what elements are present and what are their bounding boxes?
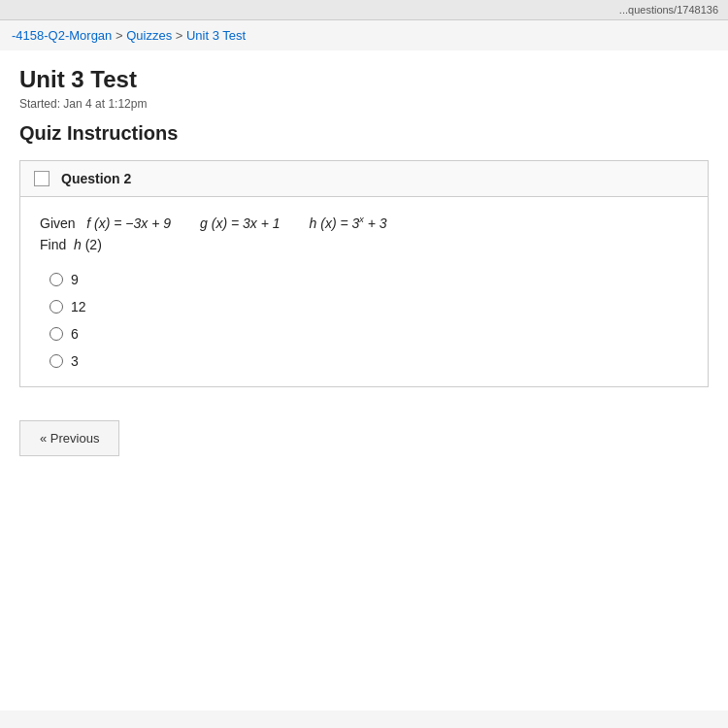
answer-option-3[interactable]: 3 [50, 353, 688, 369]
question-label: Question 2 [61, 171, 131, 186]
started-text: Started: Jan 4 at 1:12pm [19, 97, 709, 111]
question-container: Question 2 Given f (x) = −3x + 9 g (x) =… [19, 160, 709, 387]
function-g: g (x) = 3x + 1 [200, 215, 281, 231]
function-h: h (x) = 3x + 3 [310, 215, 387, 231]
answer-option-12[interactable]: 12 [50, 299, 688, 314]
breadcrumb-quizzes[interactable]: Quizzes [126, 28, 172, 43]
question-checkbox[interactable] [34, 171, 50, 186]
given-functions-line: Given f (x) = −3x + 9 g (x) = 3x + 1 h (… [40, 215, 688, 231]
find-text: Find h (2) [40, 237, 688, 252]
quiz-instructions-heading: Quiz Instructions [19, 122, 709, 145]
nav-buttons: « Previous [19, 407, 709, 470]
url-bar: ...questions/1748136 [0, 0, 728, 20]
radio-6[interactable] [50, 327, 63, 341]
question-body: Given f (x) = −3x + 9 g (x) = 3x + 1 h (… [20, 197, 708, 386]
breadcrumb-course[interactable]: -4158-Q2-Morgan [12, 28, 112, 43]
page-title: Unit 3 Test [19, 66, 709, 93]
answer-options: 9 12 6 3 [40, 272, 688, 369]
radio-3[interactable] [50, 354, 63, 368]
answer-label-12: 12 [71, 299, 86, 314]
answer-label-3: 3 [71, 353, 79, 369]
breadcrumb: -4158-Q2-Morgan > Quizzes > Unit 3 Test [0, 20, 728, 50]
radio-12[interactable] [50, 300, 63, 314]
answer-label-6: 6 [71, 326, 79, 342]
previous-button[interactable]: « Previous [19, 420, 119, 456]
function-f: f (x) = −3x + 9 [86, 215, 171, 231]
breadcrumb-unit3[interactable]: Unit 3 Test [186, 28, 246, 43]
breadcrumb-sep2: > [176, 28, 186, 43]
question-header: Question 2 [20, 161, 708, 197]
answer-option-6[interactable]: 6 [50, 326, 688, 342]
radio-9[interactable] [50, 273, 63, 286]
answer-option-9[interactable]: 9 [50, 272, 688, 287]
breadcrumb-sep1: > [116, 28, 126, 43]
page-content: Unit 3 Test Started: Jan 4 at 1:12pm Qui… [0, 50, 728, 711]
given-label: Given f (x) = −3x + 9 [40, 215, 171, 231]
url-text: ...questions/1748136 [619, 4, 718, 16]
answer-label-9: 9 [71, 272, 79, 287]
